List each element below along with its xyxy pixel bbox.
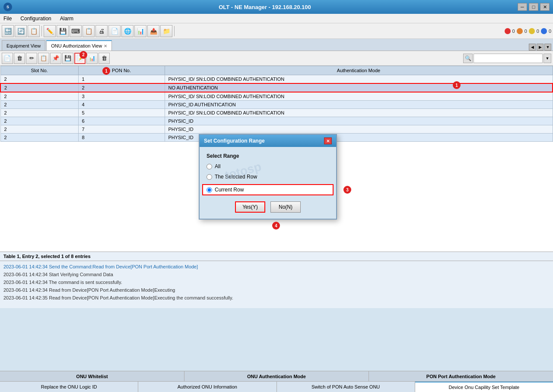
radio-all[interactable] (207, 164, 212, 169)
status-blue-count: 0 (549, 29, 551, 34)
tab-close-icon[interactable]: ✕ (104, 44, 107, 48)
bottom-sub-tabs: Replace the ONU Logic ID Authorized ONU … (0, 382, 553, 392)
bottom-sub-tab-switch[interactable]: Switch of PON Auto Sense ONU (277, 382, 415, 392)
tab-bar: Equipment View ONU Authorization View ✕ … (0, 39, 553, 51)
status-indicators: 0 0 0 0 (505, 28, 552, 34)
close-window-button[interactable]: ✕ (540, 3, 550, 11)
minimize-button[interactable]: ─ (518, 3, 527, 11)
cell-pon: 5 (78, 109, 165, 117)
toolbar-btn-3[interactable]: 📋 (28, 25, 40, 37)
toolbar-btn-11[interactable]: 📊 (134, 25, 146, 37)
sec-btn-edit[interactable]: ✏ (26, 53, 37, 64)
cell-slot: 2 (0, 101, 78, 109)
label-current-row: Current Row (215, 187, 244, 193)
tab-nav-left[interactable]: ◀ (529, 44, 536, 51)
modal-option-selected-row: The Selected Row (207, 174, 329, 180)
cell-slot: 2 (0, 109, 78, 117)
table-row[interactable]: 2 5 PHYSIC_ID/ SN:LOID COMBINED AUTHENTI… (0, 109, 553, 117)
sec-btn-extra[interactable]: 📊 (86, 53, 98, 64)
cell-slot: 2 (0, 83, 78, 92)
cell-auth: PHYSIC_ID/ SN:LOID COMBINED AUTHENTICATI… (165, 109, 553, 117)
bottom-sub-tab-authorized[interactable]: Authorized ONU Information (138, 382, 276, 392)
col-header-auth: Authentication Mode (165, 66, 553, 75)
sec-btn-read[interactable]: 📄 (2, 53, 13, 64)
menu-alarm[interactable]: Alarm (58, 15, 75, 22)
table-row[interactable]: 2 7 PHYSIC_ID (0, 125, 553, 134)
window-title: OLT - NE Manager - 192.168.20.100 (12, 4, 518, 10)
menu-file[interactable]: File (2, 15, 13, 22)
table-row[interactable]: 2 2 NO AUTHENTICATION (0, 83, 553, 92)
bottom-tab-auth-mode[interactable]: ONU Authentication Mode (184, 371, 369, 381)
cell-pon: 4 (78, 101, 165, 109)
tab-nav-right[interactable]: ▶ (537, 44, 543, 51)
toolbar-btn-12[interactable]: 📤 (147, 25, 159, 37)
modal-group-label: Select Range (207, 153, 329, 159)
toolbar-btn-5[interactable]: 💾 (57, 25, 69, 37)
tab-equipment-view[interactable]: Equipment View (2, 40, 45, 51)
sec-btn-paste[interactable]: 📌 (50, 53, 61, 64)
cell-slot: 2 (0, 125, 78, 134)
cell-auth: PHYSIC_ID (165, 125, 553, 134)
sec-btn-delete[interactable]: 🗑 (14, 53, 25, 64)
toolbar-btn-6[interactable]: ⌨ (70, 25, 82, 37)
table-row[interactable]: 2 1 PHYSIC_ID/ SN:LOID COMBINED AUTHENTI… (0, 75, 553, 84)
cell-auth: PHYSIC_ID/ SN:LOID COMBINED AUTHENTICATI… (165, 92, 553, 101)
sec-btn-write[interactable]: 💾 (62, 53, 73, 64)
cell-pon: 3 (78, 92, 165, 101)
toolbar-sep-1 (41, 26, 42, 36)
sec-btn-active[interactable]: 📝 2 (74, 53, 86, 64)
maximize-button[interactable]: □ (529, 3, 538, 11)
tab-onu-authorization-view[interactable]: ONU Authorization View ✕ (46, 40, 112, 51)
search-input[interactable] (474, 54, 543, 63)
modal-title: Set Configuration Range (204, 138, 265, 144)
radio-current-row[interactable] (207, 187, 212, 193)
log-line: 2023-06-01 14:42:34 Send the Command:Rea… (3, 263, 550, 271)
toolbar-btn-13[interactable]: 📁 (160, 25, 172, 37)
badge-2: 2 (79, 51, 87, 59)
toolbar-btn-4[interactable]: ✏️ (44, 25, 56, 37)
bottom-sub-tab-device[interactable]: Device Onu Capility Set Template (415, 382, 553, 392)
cell-pon: 1 (78, 75, 165, 84)
sec-btn-copy[interactable]: 📋 (38, 53, 49, 64)
table-row[interactable]: 2 6 PHYSIC_ID (0, 117, 553, 125)
status-yellow-count: 0 (537, 29, 539, 34)
modal-option-current-row: Current Row (202, 184, 334, 195)
log-line: 2023-06-01 14:42:35 Read from Device[PON… (3, 294, 550, 302)
menu-configuration[interactable]: Configuration (19, 15, 53, 22)
bottom-sub-tab-replace[interactable]: Replace the ONU Logic ID (0, 382, 138, 392)
cell-auth: PHYSIC_ID (165, 117, 553, 125)
search-dropdown[interactable]: ▼ (543, 54, 551, 63)
search-area: 🔍 ▼ (463, 54, 551, 63)
toolbar-btn-8[interactable]: 🖨 (95, 25, 108, 37)
table-row[interactable]: 2 4 PHYSIC_ID AUTHENTICATION (0, 101, 553, 109)
no-button[interactable]: No(N) (270, 201, 301, 213)
sec-btn-delete2[interactable]: 🗑 (99, 53, 110, 64)
cell-pon: 6 (78, 117, 165, 125)
table-row[interactable]: 2 3 PHYSIC_ID/ SN:LOID COMBINED AUTHENTI… (0, 92, 553, 101)
modal-close-button[interactable]: ✕ (324, 137, 332, 144)
bottom-tab-pon-auth[interactable]: PON Port Authentication Mode (369, 371, 553, 381)
cell-pon: 7 (78, 125, 165, 134)
bottom-tab-whitelist[interactable]: ONU Whitelist (0, 371, 184, 381)
status-bar: Table 1, Entry 2, selected 1 of 8 entrie… (0, 252, 553, 261)
label-selected-row: The Selected Row (215, 174, 257, 180)
tab-nav-down[interactable]: ▼ (544, 44, 551, 51)
cell-pon: 2 (78, 83, 165, 92)
yes-button[interactable]: Yes(Y) (235, 201, 265, 213)
toolbar-btn-1[interactable]: 🔙 (2, 25, 14, 37)
secondary-toolbar: 📄 🗑 ✏ 📋 📌 💾 📝 2 📊 🗑 🔍 ▼ (0, 51, 553, 66)
title-bar: S OLT - NE Manager - 192.168.20.100 ─ □ … (0, 0, 553, 14)
set-config-range-modal: Set Configuration Range ✕ Select Range A… (199, 134, 337, 220)
toolbar-btn-2[interactable]: 🔄 (15, 25, 27, 37)
toolbar-btn-9[interactable]: 📄 (108, 25, 121, 37)
label-all: All (215, 163, 220, 169)
badge-1: 1 (102, 67, 110, 75)
cell-slot: 2 (0, 134, 78, 142)
status-yellow (529, 28, 535, 34)
toolbar-btn-10[interactable]: 🌐 (121, 25, 133, 37)
radio-selected-row[interactable] (207, 174, 212, 180)
main-toolbar: 🔙 🔄 📋 ✏️ 💾 ⌨ 📋 🖨 📄 🌐 📊 📤 📁 0 0 0 0 (0, 23, 553, 39)
window-controls: ─ □ ✕ (518, 3, 550, 11)
toolbar-btn-7[interactable]: 📋 (83, 25, 95, 37)
col-header-slot: Slot No. (0, 66, 78, 75)
